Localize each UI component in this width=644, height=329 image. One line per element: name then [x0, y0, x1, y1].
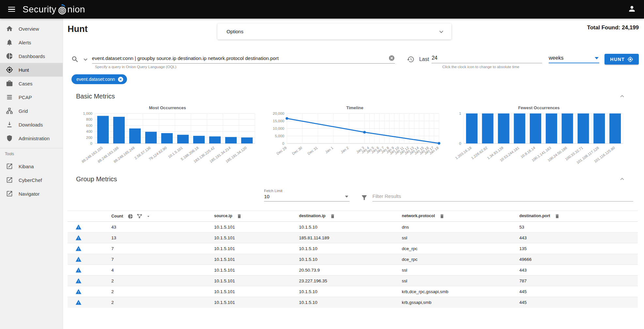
- cell-source-ip[interactable]: 10.1.5.101: [206, 232, 291, 243]
- warning-icon[interactable]: [75, 289, 82, 295]
- sidebar-item-grid[interactable]: Grid: [0, 104, 63, 118]
- row-action-cell[interactable]: [68, 297, 103, 308]
- cell-network-protocol[interactable]: dce_rpc: [394, 243, 511, 254]
- sidebar-item-hunt[interactable]: Hunt: [0, 63, 63, 77]
- sidebar-item-overview[interactable]: Overview: [0, 22, 63, 36]
- row-action-cell[interactable]: [68, 254, 103, 265]
- warning-icon[interactable]: [75, 299, 82, 306]
- relative-time-toggle[interactable]: [407, 55, 415, 63]
- warning-icon[interactable]: [75, 224, 82, 230]
- cell-destination-ip[interactable]: 20.50.73.9: [291, 265, 394, 276]
- cell-destination-port[interactable]: 443: [511, 265, 638, 276]
- table-row[interactable]: 210.1.5.10110.1.5.10krb,dce_rpc,gssapi,s…: [68, 286, 638, 297]
- filter-results-input[interactable]: [372, 193, 633, 199]
- sidebar-item-dashboards[interactable]: Dashboards: [0, 49, 63, 63]
- row-action-cell[interactable]: [68, 276, 103, 286]
- cell-source-ip[interactable]: 10.1.5.101: [206, 243, 291, 254]
- collapse-group-metrics-button[interactable]: [619, 175, 626, 184]
- column-header-destination-port[interactable]: destination.port: [511, 211, 638, 222]
- cell-destination-ip[interactable]: 10.1.5.10: [291, 222, 394, 232]
- trash-icon[interactable]: [237, 214, 242, 219]
- warning-icon[interactable]: [75, 235, 82, 241]
- cell-network-protocol[interactable]: krb,gssapi,smb: [394, 297, 511, 308]
- cell-source-ip[interactable]: 10.1.5.101: [206, 297, 291, 308]
- cell-count[interactable]: 7: [103, 243, 206, 254]
- cell-network-protocol[interactable]: ssl: [394, 232, 511, 243]
- filter-chip[interactable]: event.dataset:conn: [71, 74, 127, 84]
- cell-destination-port[interactable]: 49666: [511, 254, 638, 265]
- table-row[interactable]: 210.1.5.10123.227.196.35ssl787: [68, 276, 638, 286]
- caret-down-icon[interactable]: [146, 214, 151, 219]
- fewest-occurrences-chart[interactable]: Fewest Occurrences 011.203.16.181.226.62…: [451, 105, 627, 167]
- sidebar-item-cyberchef[interactable]: CyberChef: [0, 173, 63, 187]
- table-row[interactable]: 410.1.5.10120.50.73.9ssl443: [68, 265, 638, 276]
- fetch-limit-select[interactable]: Fetch Limit 10: [264, 189, 350, 202]
- table-row[interactable]: 4310.1.5.10110.1.5.10dns53: [68, 222, 638, 232]
- table-row[interactable]: 1310.1.5.101185.81.114.189ssl443: [68, 232, 638, 243]
- cell-source-ip[interactable]: 10.1.5.101: [206, 254, 291, 265]
- cell-destination-ip[interactable]: 10.1.5.10: [291, 286, 394, 297]
- row-action-cell[interactable]: [68, 222, 103, 232]
- group-by-graph-icon[interactable]: [136, 213, 143, 219]
- trash-icon[interactable]: [439, 214, 445, 219]
- table-row[interactable]: 710.1.5.10110.1.5.10dce_rpc49666: [68, 254, 638, 265]
- sidebar-item-downloads[interactable]: Downloads: [0, 118, 63, 131]
- cell-network-protocol[interactable]: dce_rpc: [394, 254, 511, 265]
- row-action-cell[interactable]: [68, 232, 103, 243]
- cell-destination-ip[interactable]: 23.227.196.35: [291, 276, 394, 286]
- cell-source-ip[interactable]: 10.1.5.101: [206, 286, 291, 297]
- cell-destination-ip[interactable]: 10.1.5.10: [291, 243, 394, 254]
- cell-destination-port[interactable]: 135: [511, 243, 638, 254]
- cell-network-protocol[interactable]: krb,dce_rpc,gssapi,smb: [394, 286, 511, 297]
- time-unit-select[interactable]: weeks: [549, 55, 599, 63]
- sidebar-item-cases[interactable]: Cases: [0, 77, 63, 90]
- duration-input[interactable]: [432, 55, 542, 61]
- table-row[interactable]: 210.1.5.10110.1.5.10krb,gssapi,smb445: [68, 297, 638, 308]
- warning-icon[interactable]: [75, 278, 82, 284]
- cell-count[interactable]: 2: [103, 297, 206, 308]
- cell-count[interactable]: 43: [103, 222, 206, 232]
- sidebar-item-administration[interactable]: Administration: [0, 131, 63, 145]
- pie-chart-toggle-icon[interactable]: [128, 214, 133, 219]
- trash-icon[interactable]: [330, 214, 335, 219]
- column-header-destination-ip[interactable]: destination.ip: [291, 211, 394, 222]
- sidebar-item-alerts[interactable]: Alerts: [0, 36, 63, 49]
- row-action-cell[interactable]: [68, 243, 103, 254]
- warning-icon[interactable]: [75, 267, 82, 273]
- cell-source-ip[interactable]: 10.1.5.101: [206, 276, 291, 286]
- cell-count[interactable]: 4: [103, 265, 206, 276]
- cell-destination-port[interactable]: 445: [511, 297, 638, 308]
- clear-query-button[interactable]: [388, 55, 395, 61]
- trash-icon[interactable]: [555, 214, 560, 219]
- cell-network-protocol[interactable]: ssl: [394, 265, 511, 276]
- user-menu-button[interactable]: [628, 5, 636, 14]
- cell-count[interactable]: 7: [103, 254, 206, 265]
- cell-destination-port[interactable]: 445: [511, 286, 638, 297]
- chip-close-icon[interactable]: [118, 76, 124, 82]
- query-history-chevron-icon[interactable]: [82, 56, 89, 63]
- column-header-network-protocol[interactable]: network.protocol: [394, 211, 511, 222]
- warning-icon[interactable]: [75, 246, 82, 252]
- cell-destination-ip[interactable]: 185.81.114.189: [291, 232, 394, 243]
- cell-destination-ip[interactable]: 10.1.5.10: [291, 297, 394, 308]
- sidebar-item-navigator[interactable]: Navigator: [0, 187, 63, 201]
- cell-network-protocol[interactable]: ssl: [394, 276, 511, 286]
- cell-source-ip[interactable]: 10.1.5.101: [206, 265, 291, 276]
- row-action-cell[interactable]: [68, 265, 103, 276]
- collapse-basic-metrics-button[interactable]: [619, 93, 626, 101]
- column-header-count[interactable]: Count: [103, 211, 206, 222]
- cell-destination-ip[interactable]: 10.1.5.10: [291, 254, 394, 265]
- sidebar-item-kibana[interactable]: Kibana: [0, 159, 63, 173]
- cell-destination-port[interactable]: 787: [511, 276, 638, 286]
- options-expander[interactable]: Options: [217, 23, 451, 39]
- menu-button[interactable]: [5, 3, 18, 16]
- most-occurrences-chart[interactable]: Most Occurrences 02004006008001,00089.24…: [76, 105, 259, 167]
- row-action-cell[interactable]: [68, 286, 103, 297]
- cell-destination-port[interactable]: 53: [511, 222, 638, 232]
- cell-destination-port[interactable]: 443: [511, 232, 638, 243]
- column-header-source-ip[interactable]: source.ip: [206, 211, 291, 222]
- query-input[interactable]: [92, 55, 388, 61]
- timeline-chart[interactable]: Timeline 05,00010,00015,00020,000Dec 29D…: [267, 105, 443, 167]
- cell-count[interactable]: 2: [103, 276, 206, 286]
- sidebar-item-pcap[interactable]: PCAP: [0, 90, 63, 104]
